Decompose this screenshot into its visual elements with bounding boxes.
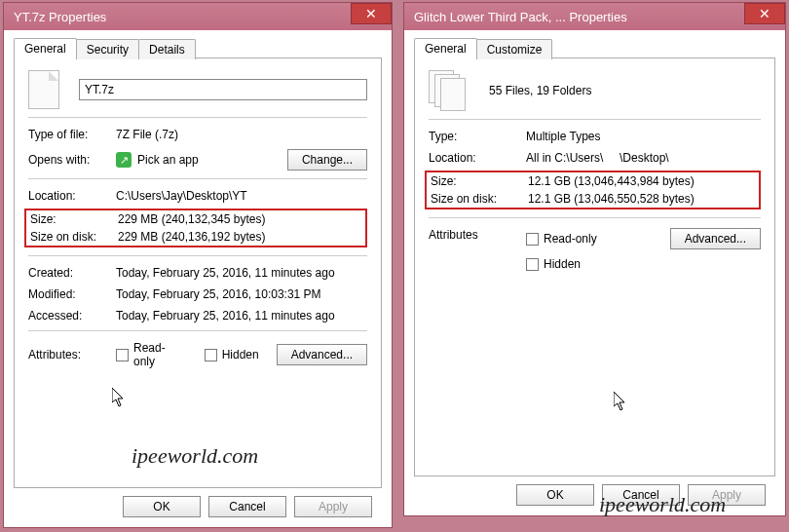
filename-input[interactable] <box>79 79 367 100</box>
tab-customize[interactable]: Customize <box>476 39 553 59</box>
label-attributes: Attributes <box>429 228 526 242</box>
label-size-on-disk: Size on disk: <box>431 192 528 206</box>
advanced-button[interactable]: Advanced... <box>277 344 367 365</box>
value-summary: 55 Files, 19 Folders <box>489 84 591 97</box>
value-accessed: Today, February 25, 2016, 11 minutes ago <box>116 309 367 323</box>
ok-button[interactable]: OK <box>516 484 594 506</box>
label-location: Location: <box>28 189 116 203</box>
cancel-button[interactable]: Cancel <box>602 484 680 506</box>
properties-window-left: YT.7z Properties ✕ General Security Deta… <box>3 2 393 528</box>
checkbox-readonly[interactable]: Read-only <box>116 341 187 368</box>
close-icon: ✕ <box>365 6 377 21</box>
highlight-box-size: Size: 229 MB (240,132,345 bytes) Size on… <box>24 209 367 247</box>
checkbox-hidden[interactable]: Hidden <box>205 348 259 361</box>
label-modified: Modified: <box>28 287 116 301</box>
label-size: Size: <box>431 174 528 188</box>
value-location: All in C:\Users\ \Desktop\ <box>526 151 761 165</box>
label-accessed: Accessed: <box>28 309 116 323</box>
value-size-on-disk: 12.1 GB (13,046,550,528 bytes) <box>528 192 755 206</box>
value-modified: Today, February 25, 2016, 10:03:31 PM <box>116 287 367 301</box>
checkbox-box-icon <box>205 349 217 361</box>
checkbox-readonly[interactable]: Read-only <box>526 232 597 246</box>
cancel-button[interactable]: Cancel <box>208 496 286 517</box>
label-opens-with: Opens with: <box>28 153 116 167</box>
properties-window-right: Glitch Lower Third Pack, ... Properties … <box>403 2 786 516</box>
tabstrip: General Security Details <box>14 38 382 58</box>
value-created: Today, February 25, 2016, 11 minutes ago <box>116 266 367 280</box>
checkbox-box-icon <box>116 349 129 361</box>
label-readonly: Read-only <box>133 341 187 368</box>
value-type: Multiple Types <box>526 130 761 143</box>
label-readonly: Read-only <box>544 232 597 246</box>
window-title: Glitch Lower Third Pack, ... Properties <box>414 10 627 24</box>
multiple-files-icon <box>429 70 470 111</box>
app-store-icon: ↗ <box>116 152 132 168</box>
dialog-buttons: OK Cancel Apply <box>414 476 775 515</box>
value-size: 229 MB (240,132,345 bytes) <box>118 212 361 226</box>
checkbox-hidden[interactable]: Hidden <box>526 257 581 271</box>
value-size-on-disk: 229 MB (240,136,192 bytes) <box>118 230 361 244</box>
tab-panel-general: 55 Files, 19 Folders Type: Multiple Type… <box>414 57 775 476</box>
label-location: Location: <box>429 151 526 165</box>
label-size-on-disk: Size on disk: <box>30 230 118 244</box>
close-button[interactable]: ✕ <box>744 3 785 24</box>
label-type: Type: <box>429 130 526 143</box>
close-button[interactable]: ✕ <box>351 3 392 24</box>
apply-button[interactable]: Apply <box>294 496 372 517</box>
dialog-buttons: OK Cancel Apply <box>14 488 382 527</box>
change-button[interactable]: Change... <box>287 149 367 171</box>
value-location: C:\Users\Jay\Desktop\YT <box>116 189 367 203</box>
tabstrip: General Customize <box>414 38 775 58</box>
label-created: Created: <box>28 266 116 280</box>
tab-general[interactable]: General <box>14 38 77 58</box>
apply-button[interactable]: Apply <box>688 484 766 506</box>
titlebar[interactable]: YT.7z Properties ✕ <box>4 3 392 30</box>
label-size: Size: <box>30 212 118 226</box>
ok-button[interactable]: OK <box>123 496 201 517</box>
value-opens-with: Pick an app <box>137 153 199 167</box>
label-hidden: Hidden <box>544 257 581 271</box>
highlight-box-size: Size: 12.1 GB (13,046,443,984 bytes) Siz… <box>425 171 761 209</box>
checkbox-box-icon <box>526 233 539 246</box>
value-size: 12.1 GB (13,046,443,984 bytes) <box>528 174 755 188</box>
tab-panel-general: Type of file: 7Z File (.7z) Opens with: … <box>14 57 382 488</box>
label-attributes: Attributes: <box>28 348 116 361</box>
tab-general[interactable]: General <box>414 38 477 58</box>
value-type: 7Z File (.7z) <box>116 128 367 141</box>
window-title: YT.7z Properties <box>14 10 106 24</box>
label-hidden: Hidden <box>222 348 259 361</box>
tab-details[interactable]: Details <box>138 39 196 59</box>
titlebar[interactable]: Glitch Lower Third Pack, ... Properties … <box>404 3 785 30</box>
advanced-button[interactable]: Advanced... <box>670 228 761 249</box>
close-icon: ✕ <box>759 6 770 21</box>
checkbox-box-icon <box>526 258 539 271</box>
file-icon <box>28 70 59 109</box>
tab-security[interactable]: Security <box>76 39 139 59</box>
label-type: Type of file: <box>28 128 116 141</box>
